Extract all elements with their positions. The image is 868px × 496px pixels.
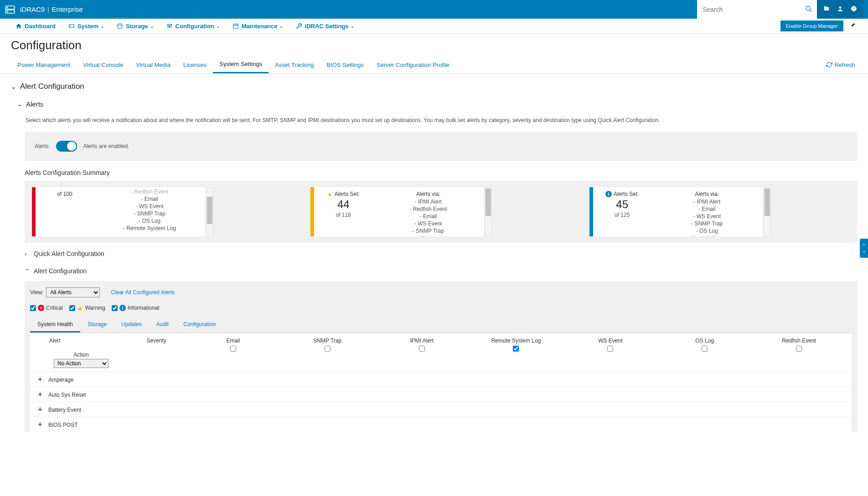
- tab-virtual-media[interactable]: Virtual Media: [129, 57, 177, 73]
- nav-maintenance[interactable]: Maintenance ⌄: [226, 23, 289, 30]
- summary-card-info: i Alerts Set: 45 of 125 Alerts via: - IP…: [589, 187, 763, 236]
- alerts-via-title: Alerts via:: [654, 191, 760, 197]
- severity-bar-critical: [32, 187, 36, 236]
- card-of: of 125: [596, 212, 649, 218]
- subsection-quick-alert[interactable]: › Quick Alert Configuration: [17, 243, 857, 260]
- tab-licenses[interactable]: Licenses: [177, 57, 213, 73]
- alerts-toggle-panel: Alerts Alerts are enabled.: [25, 132, 857, 161]
- nav-label: Configuration: [176, 23, 214, 30]
- list-item: - SNMP Trap: [375, 227, 481, 235]
- refresh-button[interactable]: Refresh: [824, 57, 857, 73]
- chevron-down-icon: ⌄: [279, 24, 283, 29]
- svg-point-17: [170, 24, 171, 25]
- nav-idrac-settings[interactable]: iDRAC Settings ⌄: [289, 23, 361, 30]
- expand-icon[interactable]: +: [36, 390, 45, 399]
- section-alert-configuration[interactable]: ⌄ Alert Configuration: [11, 79, 857, 94]
- power-icon[interactable]: [820, 5, 833, 13]
- action-all-select[interactable]: No Action: [54, 359, 108, 368]
- svg-point-15: [167, 25, 168, 26]
- severity-warning-checkbox[interactable]: [69, 305, 75, 311]
- tab-server-config-profile[interactable]: Server Configuration Profile: [370, 57, 456, 73]
- subsection-alerts[interactable]: ⌄ Alerts: [17, 97, 857, 111]
- user-icon[interactable]: [833, 5, 847, 13]
- tab-asset-tracking[interactable]: Asset Tracking: [269, 57, 320, 73]
- card-scrollbar[interactable]: [485, 187, 492, 236]
- svg-point-11: [118, 24, 122, 26]
- list-item: - Redfish Event: [654, 235, 760, 236]
- alerts-via-title: Alerts via:: [375, 191, 481, 197]
- chevron-down-icon: ⌄: [100, 24, 104, 29]
- ipmi-all-checkbox[interactable]: [419, 346, 425, 352]
- refresh-label: Refresh: [834, 61, 855, 68]
- severity-label: Warning: [85, 305, 105, 311]
- chevron-down-icon: ⌄: [11, 83, 16, 90]
- warning-icon: ▲: [327, 191, 333, 197]
- section-title: Alert Configuration: [20, 82, 84, 91]
- os-log-all-checkbox[interactable]: [702, 346, 708, 352]
- nav-label: Dashboard: [25, 23, 56, 30]
- alerts-toggle-label: Alerts: [35, 143, 49, 149]
- pin-icon[interactable]: [847, 22, 859, 30]
- severity-critical-checkbox[interactable]: [30, 305, 36, 311]
- nav-system[interactable]: System ⌄: [62, 23, 110, 30]
- brand-icon: [5, 4, 16, 15]
- summary-card-warning: ▲ Alerts Set: 44 of 118 Alerts via: - IP…: [310, 187, 484, 236]
- chevron-down-icon: ⌄: [150, 24, 154, 29]
- tab-updates[interactable]: Updates: [114, 317, 149, 332]
- list-item: - SNMP Trap: [97, 210, 202, 217]
- alert-category-tabs: System Health Storage Updates Audit Conf…: [30, 317, 852, 333]
- help-icon[interactable]: ?: [847, 5, 861, 13]
- nav-storage[interactable]: Storage ⌄: [110, 23, 160, 30]
- summary-title: Alerts Configuration Summary: [17, 161, 857, 181]
- search-input[interactable]: [697, 0, 817, 19]
- view-select[interactable]: All Alerts: [46, 287, 100, 297]
- nav-configuration[interactable]: Configuration ⌄: [160, 23, 226, 30]
- enable-group-manager-button[interactable]: Enable Group Manager: [780, 20, 843, 31]
- list-item: - Remote System Log: [97, 225, 202, 232]
- svg-rect-18: [233, 24, 238, 28]
- brand-edition: Enterprise: [52, 5, 83, 13]
- alerts-via-list: - IPMI Alert - Email - WS Event - SNMP T…: [654, 198, 760, 236]
- table-row: +Auto Sys Reset: [30, 387, 852, 402]
- card-title: Alerts Set:: [335, 191, 360, 197]
- svg-point-16: [169, 26, 170, 27]
- svg-point-2: [7, 7, 8, 8]
- col-alert: Alert: [36, 337, 127, 344]
- tab-bios-settings[interactable]: BIOS Settings: [320, 57, 370, 73]
- ws-event-all-checkbox[interactable]: [607, 346, 613, 352]
- subsection-title: Alert Configuration: [34, 267, 87, 275]
- alerts-toggle[interactable]: [56, 141, 77, 152]
- expand-icon[interactable]: +: [36, 420, 45, 429]
- snmp-all-checkbox[interactable]: [325, 346, 331, 352]
- redfish-all-checkbox[interactable]: [796, 346, 802, 352]
- severity-info-checkbox[interactable]: [112, 305, 118, 311]
- email-all-checkbox[interactable]: [230, 346, 236, 352]
- tab-virtual-console[interactable]: Virtual Console: [77, 57, 129, 73]
- side-panel-handle[interactable]: ⌃ ⌄: [860, 239, 868, 258]
- alert-name: Battery Event: [48, 407, 81, 413]
- card-scrollbar[interactable]: [764, 187, 771, 236]
- tab-system-settings[interactable]: System Settings: [213, 56, 269, 73]
- remote-log-all-checkbox[interactable]: [513, 346, 519, 352]
- expand-icon[interactable]: +: [36, 375, 45, 384]
- nav-label: System: [78, 23, 98, 30]
- col-action: Action: [73, 352, 88, 358]
- list-item: - IPMI Alert: [375, 198, 481, 205]
- list-item: - OS Log: [375, 235, 481, 236]
- col-severity: Severity: [127, 337, 186, 344]
- expand-icon[interactable]: +: [36, 405, 45, 414]
- tab-storage[interactable]: Storage: [80, 317, 114, 332]
- tab-power-management[interactable]: Power Management: [11, 57, 77, 73]
- col-redfish: Redfish Event: [782, 337, 816, 344]
- tab-configuration-cat[interactable]: Configuration: [176, 317, 223, 332]
- tab-system-health[interactable]: System Health: [30, 317, 80, 332]
- search-icon[interactable]: [805, 5, 812, 14]
- chevron-down-icon: ›: [24, 268, 31, 274]
- card-scrollbar[interactable]: [206, 187, 213, 236]
- summary-card-critical: of 100 - Redfish Event - Email - WS Even…: [32, 187, 205, 236]
- critical-icon: ✕: [38, 305, 44, 311]
- tab-audit[interactable]: Audit: [149, 317, 176, 332]
- nav-dashboard[interactable]: Dashboard: [9, 23, 62, 30]
- clear-all-alerts-link[interactable]: Clear All Configured Alerts: [111, 289, 175, 296]
- subsection-alert-configuration[interactable]: › Alert Configuration: [17, 260, 857, 277]
